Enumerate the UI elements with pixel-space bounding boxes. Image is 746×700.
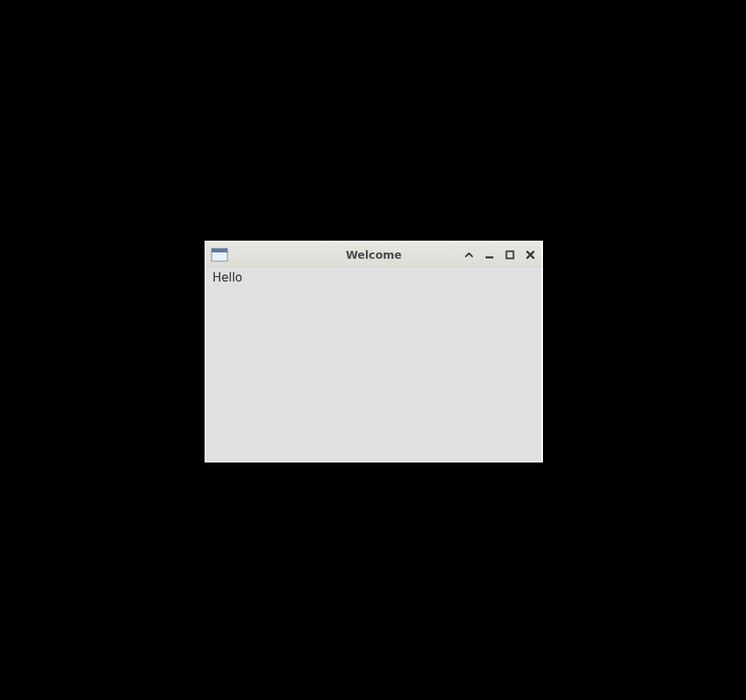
window-titlebar[interactable]: Welcome — [206, 242, 541, 267]
window-controls — [463, 249, 537, 261]
svg-rect-3 — [486, 256, 493, 259]
svg-rect-2 — [212, 253, 227, 260]
minimize-button[interactable] — [483, 249, 496, 261]
greeting-text: Hello — [212, 271, 535, 285]
window-content-area: Hello — [206, 267, 541, 461]
close-button[interactable] — [524, 249, 537, 261]
svg-rect-1 — [212, 249, 227, 252]
app-window: Welcome — [205, 241, 542, 462]
window-app-icon — [211, 248, 228, 262]
maximize-button[interactable] — [504, 249, 516, 261]
svg-rect-4 — [507, 251, 514, 258]
rollup-button[interactable] — [463, 249, 475, 261]
